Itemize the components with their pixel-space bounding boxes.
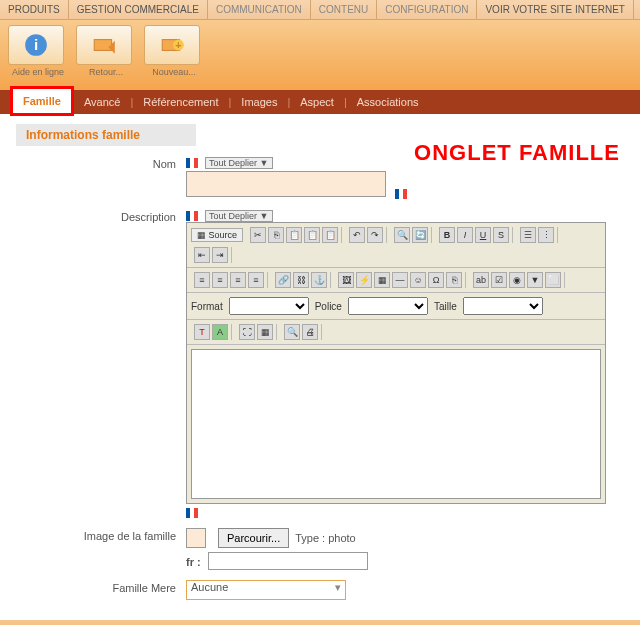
nav-contenu[interactable]: CONTENU (311, 0, 377, 19)
nav-voir-site[interactable]: VOIR VOTRE SITE INTERNET (477, 0, 633, 19)
svg-rect-2 (94, 40, 111, 51)
bullist-icon[interactable]: ⋮ (538, 227, 554, 243)
copy-icon[interactable]: ⎘ (268, 227, 284, 243)
italic-icon[interactable]: I (457, 227, 473, 243)
flag-fr-icon (186, 211, 198, 221)
numlist-icon[interactable]: ☰ (520, 227, 536, 243)
image-label: Image de la famille (16, 528, 186, 548)
tab-famille[interactable]: Famille (10, 86, 74, 116)
unlink-icon[interactable]: ⛓ (293, 272, 309, 288)
replace-icon[interactable]: 🔄 (412, 227, 428, 243)
tab-aspect[interactable]: Aspect (290, 90, 344, 114)
select-icon[interactable]: ▼ (527, 272, 543, 288)
anchor-icon[interactable]: ⚓ (311, 272, 327, 288)
nav-produits[interactable]: PRODUITS (0, 0, 69, 19)
print-icon[interactable]: 🖨 (302, 324, 318, 340)
svg-text:i: i (34, 36, 38, 53)
flag-fr-icon (186, 158, 198, 168)
find-icon[interactable]: 🔍 (394, 227, 410, 243)
flash-icon[interactable]: ⚡ (356, 272, 372, 288)
svg-text:+: + (175, 39, 181, 51)
back-label: Retour... (89, 67, 123, 77)
help-label: Aide en ligne (12, 67, 64, 77)
tab-associations[interactable]: Associations (347, 90, 429, 114)
taille-label: Taille (434, 301, 457, 312)
image-preview (186, 528, 206, 548)
help-button[interactable]: i Aide en ligne (8, 25, 68, 85)
editor-textarea[interactable] (191, 349, 601, 499)
link-icon[interactable]: 🔗 (275, 272, 291, 288)
tout-deplier-button[interactable]: Tout Deplier ▼ (205, 157, 272, 169)
rich-text-editor: ▦ Source ✂⎘📋📋📋 ↶↷ 🔍🔄 BIUS ☰⋮ ⇤⇥ ≡≡≡≡ 🔗⛓⚓… (186, 222, 606, 504)
paste-icon[interactable]: 📋 (286, 227, 302, 243)
align-center-icon[interactable]: ≡ (212, 272, 228, 288)
tab-avance[interactable]: Avancé (74, 90, 131, 114)
table-icon[interactable]: ▦ (374, 272, 390, 288)
undo-icon[interactable]: ↶ (349, 227, 365, 243)
tab-images[interactable]: Images (231, 90, 287, 114)
new-label: Nouveau... (152, 67, 196, 77)
nom-label: Nom (16, 156, 186, 199)
famille-mere-select[interactable]: Aucune (186, 580, 346, 600)
paste-text-icon[interactable]: 📋 (304, 227, 320, 243)
paste-word-icon[interactable]: 📋 (322, 227, 338, 243)
top-nav: PRODUITS GESTION COMMERCIALE COMMUNICATI… (0, 0, 640, 20)
size-select[interactable] (463, 297, 543, 315)
nav-configuration[interactable]: CONFIGURATION (377, 0, 477, 19)
fr-alt-input[interactable] (208, 552, 368, 570)
font-select[interactable] (348, 297, 428, 315)
flag-fr-icon (186, 508, 198, 518)
mere-label: Famille Mere (16, 580, 186, 600)
ribbon: i Aide en ligne Retour... + Nouveau... (0, 20, 640, 90)
textfield-icon[interactable]: ab (473, 272, 489, 288)
format-label: Format (191, 301, 223, 312)
format-select[interactable] (229, 297, 309, 315)
preview-icon[interactable]: 🔍 (284, 324, 300, 340)
checkbox-icon[interactable]: ☑ (491, 272, 507, 288)
back-button[interactable]: Retour... (76, 25, 136, 85)
special-char-icon[interactable]: Ω (428, 272, 444, 288)
flag-fr-icon (395, 189, 407, 199)
tab-bar: Famille Avancé| Référencement| Images| A… (0, 90, 640, 114)
browse-button[interactable]: Parcourir... (218, 528, 289, 548)
tab-referencement[interactable]: Référencement (133, 90, 228, 114)
police-label: Police (315, 301, 342, 312)
indent-icon[interactable]: ⇥ (212, 247, 228, 263)
hr-icon[interactable]: ― (392, 272, 408, 288)
type-label: Type : photo (295, 532, 356, 544)
form-content: Informations famille Nom Tout Deplier ▼ … (0, 114, 640, 600)
image-icon[interactable]: 🖼 (338, 272, 354, 288)
align-justify-icon[interactable]: ≡ (248, 272, 264, 288)
smiley-icon[interactable]: ☺ (410, 272, 426, 288)
outdent-icon[interactable]: ⇤ (194, 247, 210, 263)
annotation-overlay: ONGLET FAMILLE (414, 140, 620, 166)
bold-icon[interactable]: B (439, 227, 455, 243)
footer: Enregistrer (0, 620, 640, 625)
underline-icon[interactable]: U (475, 227, 491, 243)
new-button[interactable]: + Nouveau... (144, 25, 204, 85)
align-left-icon[interactable]: ≡ (194, 272, 210, 288)
nav-gestion[interactable]: GESTION COMMERCIALE (69, 0, 208, 19)
cut-icon[interactable]: ✂ (250, 227, 266, 243)
redo-icon[interactable]: ↷ (367, 227, 383, 243)
showblocks-icon[interactable]: ▦ (257, 324, 273, 340)
description-label: Description (16, 209, 186, 518)
align-right-icon[interactable]: ≡ (230, 272, 246, 288)
source-button[interactable]: ▦ Source (191, 228, 243, 242)
section-header: Informations famille (16, 124, 196, 146)
bgcolor-icon[interactable]: A (212, 324, 228, 340)
nav-communication[interactable]: COMMUNICATION (208, 0, 311, 19)
radio-icon[interactable]: ◉ (509, 272, 525, 288)
pagebreak-icon[interactable]: ⎘ (446, 272, 462, 288)
fr-label: fr : (186, 556, 201, 568)
button-icon[interactable]: ⬜ (545, 272, 561, 288)
nom-input[interactable] (186, 171, 386, 197)
textcolor-icon[interactable]: T (194, 324, 210, 340)
strike-icon[interactable]: S (493, 227, 509, 243)
tout-deplier-button[interactable]: Tout Deplier ▼ (205, 210, 272, 222)
maximize-icon[interactable]: ⛶ (239, 324, 255, 340)
